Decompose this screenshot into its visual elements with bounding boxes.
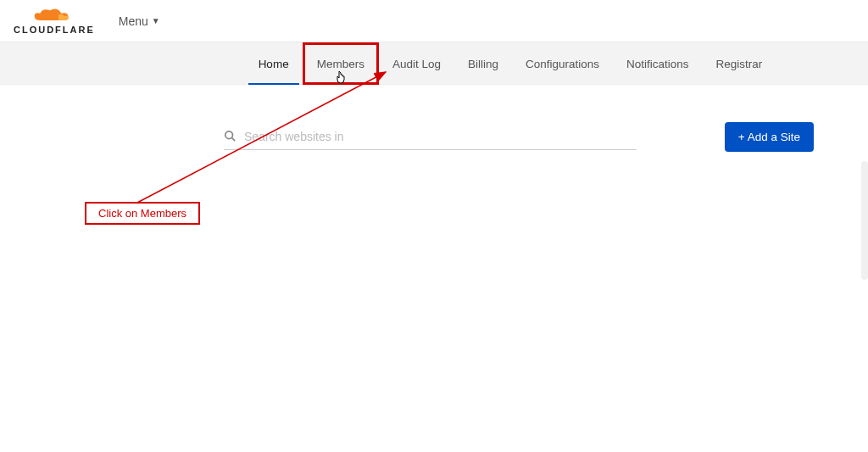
nav-home[interactable]: Home <box>245 42 303 85</box>
svg-line-1 <box>232 137 236 141</box>
annotation-callout: Click on Members <box>85 202 200 225</box>
nav-configurations[interactable]: Configurations <box>512 42 613 85</box>
top-header: CLOUDFLARE Menu ▼ <box>0 0 868 42</box>
add-site-button[interactable]: + Add a Site <box>725 122 814 152</box>
nav-bar: Home Members Audit Log Billing Configura… <box>0 42 868 85</box>
nav-audit-log[interactable]: Audit Log <box>379 42 454 85</box>
nav-inner: Home Members Audit Log Billing Configura… <box>245 42 776 84</box>
search-icon <box>224 130 236 144</box>
content-area: + Add a Site <box>0 85 868 152</box>
nav-registrar[interactable]: Registrar <box>703 42 776 85</box>
cloudflare-logo-icon <box>33 8 75 25</box>
nav-billing[interactable]: Billing <box>454 42 512 85</box>
nav-members[interactable]: Members <box>303 42 379 85</box>
search-wrap <box>224 125 637 150</box>
scrollbar[interactable] <box>861 161 868 280</box>
nav-notifications[interactable]: Notifications <box>613 42 703 85</box>
logo[interactable]: CLOUDFLARE <box>14 8 95 35</box>
chevron-down-icon: ▼ <box>152 16 160 25</box>
search-input[interactable] <box>244 130 637 143</box>
menu-dropdown[interactable]: Menu ▼ <box>119 14 160 28</box>
svg-point-0 <box>225 131 233 138</box>
logo-text: CLOUDFLARE <box>14 25 95 35</box>
content-inner: + Add a Site <box>224 122 814 152</box>
menu-label: Menu <box>119 14 148 28</box>
